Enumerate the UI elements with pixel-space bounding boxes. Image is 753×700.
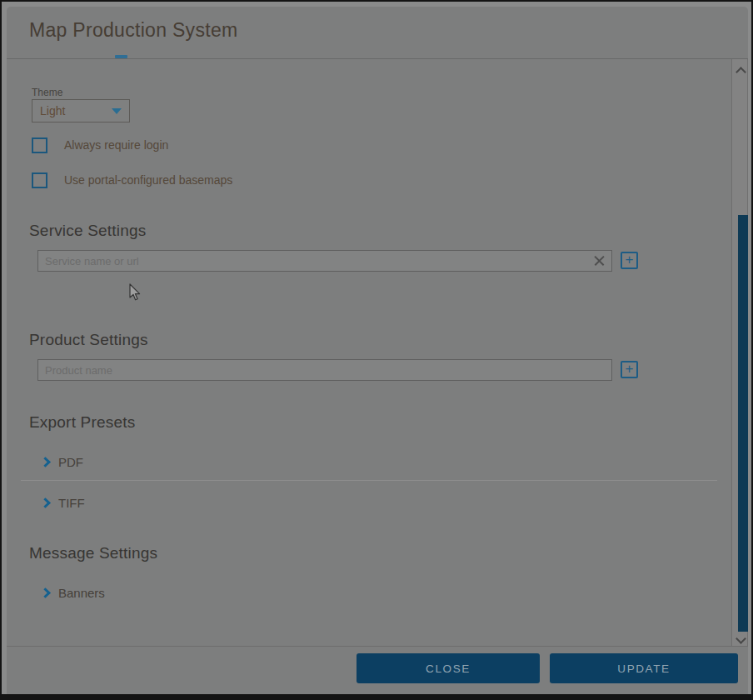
always-require-login-checkbox[interactable] (32, 138, 47, 153)
update-button[interactable]: UPDATE (550, 653, 738, 683)
use-portal-basemaps-row: Use portal-configured basemaps (32, 172, 232, 188)
preset-row-divider (21, 480, 717, 481)
theme-select[interactable]: Light (32, 99, 130, 122)
export-preset-tiff-label: TIFF (58, 496, 85, 510)
always-require-login-row: Always require login (32, 138, 168, 152)
export-preset-pdf-expander[interactable]: PDF (42, 453, 83, 470)
export-presets-heading: Export Presets (29, 413, 135, 432)
clear-icon[interactable] (594, 255, 605, 266)
service-name-input[interactable] (37, 250, 612, 272)
footer-divider (7, 646, 748, 647)
close-button[interactable]: CLOSE (357, 653, 540, 683)
always-require-login-label: Always require login (64, 138, 168, 152)
scrollbar-thumb[interactable] (738, 215, 748, 632)
message-settings-heading: Message Settings (29, 544, 157, 562)
modal-backdrop: Map Production System Theme Light Always… (2, 2, 751, 694)
use-portal-basemaps-checkbox[interactable] (32, 172, 47, 188)
scroll-down-icon[interactable] (736, 633, 746, 644)
map-production-system-dialog: Map Production System Theme Light Always… (7, 7, 748, 694)
chevron-down-icon (112, 108, 122, 114)
service-input-wrap (37, 250, 612, 272)
vertical-scrollbar[interactable] (731, 59, 748, 646)
add-product-button[interactable]: + (621, 361, 638, 378)
mouse-cursor (129, 283, 142, 302)
header-divider (7, 58, 748, 59)
use-portal-basemaps-label: Use portal-configured basemaps (64, 173, 232, 187)
product-settings-heading: Product Settings (29, 331, 148, 349)
chevron-right-icon (40, 457, 51, 468)
banners-label: Banners (58, 586, 105, 600)
export-preset-pdf-label: PDF (58, 455, 83, 469)
product-input-wrap (37, 359, 612, 381)
theme-label: Theme (32, 87, 62, 98)
dialog-title: Map Production System (29, 19, 237, 42)
service-settings-heading: Service Settings (29, 222, 147, 240)
add-service-button[interactable]: + (621, 252, 638, 269)
chevron-right-icon (40, 498, 51, 508)
theme-select-value: Light (40, 104, 65, 118)
banners-expander[interactable]: Banners (42, 584, 105, 601)
product-name-input[interactable] (37, 359, 612, 381)
export-preset-tiff-expander[interactable]: TIFF (42, 494, 85, 511)
scroll-up-icon[interactable] (736, 67, 746, 78)
chevron-right-icon (40, 588, 51, 598)
